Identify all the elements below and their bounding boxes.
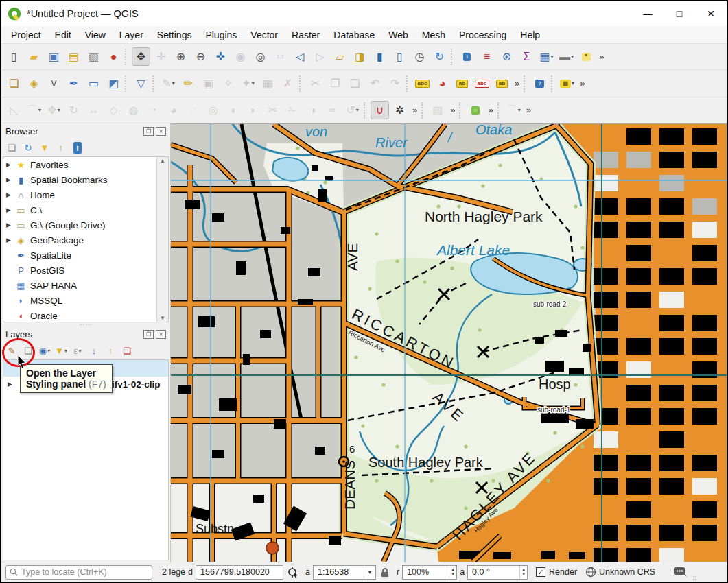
add-selected-layers-icon[interactable]: ❏: [4, 140, 19, 155]
vertex-tool-icon[interactable]: ✲: [390, 101, 409, 119]
browser-float-icon[interactable]: ❐: [143, 127, 154, 136]
help-contents-icon[interactable]: ?: [530, 74, 549, 93]
statistics-panel-icon[interactable]: Σ: [517, 47, 536, 66]
layer-diagram-options-icon[interactable]: ◕: [433, 74, 451, 93]
highlight-pinned-labels-icon[interactable]: abc: [473, 74, 491, 93]
move-feature-dropdown-icon[interactable]: ▾: [58, 107, 60, 113]
browser-item-sap-hana[interactable]: ▦SAP HANA: [3, 278, 156, 293]
menu-settings[interactable]: Settings: [150, 27, 199, 43]
rotate-point-symbols-dropdown-icon[interactable]: ▾: [356, 107, 359, 113]
magnifier-spin[interactable]: 100% ▲▼: [402, 565, 457, 580]
close-button[interactable]: ✕: [695, 1, 727, 26]
menu-project[interactable]: Project: [4, 27, 48, 43]
shape-digitizing-dropdown-icon[interactable]: ▾: [518, 107, 521, 113]
scroll-down-icon[interactable]: ▼: [160, 315, 165, 321]
collapse-all-icon[interactable]: ↑: [54, 140, 69, 155]
expand-icon[interactable]: ▶: [6, 176, 15, 183]
new-spatial-bookmark-icon[interactable]: ▮: [371, 47, 389, 66]
zoom-out-icon[interactable]: ⊖: [191, 47, 210, 66]
data-source-manager-icon[interactable]: ❏: [5, 74, 23, 93]
menu-view[interactable]: View: [78, 27, 113, 43]
menu-help[interactable]: Help: [513, 27, 547, 43]
expand-icon[interactable]: ▶: [6, 206, 15, 213]
layers-close-icon[interactable]: ✕: [156, 330, 166, 339]
filter-legend-icon[interactable]: ▼▾: [54, 343, 69, 358]
filter-legend-dropdown-icon[interactable]: ▾: [64, 348, 67, 354]
measure-dropdown-icon[interactable]: ▾: [571, 53, 574, 60]
map-tips-icon[interactable]: ❞: [577, 47, 596, 66]
zoom-last-icon[interactable]: ◁: [291, 47, 309, 66]
crs-globe-icon[interactable]: [585, 567, 596, 578]
toolbar-overflow-icon[interactable]: »: [447, 105, 458, 115]
style-manager-icon[interactable]: ▧: [84, 47, 103, 66]
new-shapefile-layer-icon[interactable]: V: [45, 74, 63, 93]
new-geopackage-layer-icon[interactable]: ◈: [25, 74, 43, 93]
browser-item-mssql[interactable]: ◗MSSQL: [3, 293, 156, 308]
browser-scrollbar[interactable]: ▲ ▼: [156, 157, 168, 322]
crs-label[interactable]: Unknown CRS: [599, 567, 655, 577]
zoom-to-layer-icon[interactable]: ◎: [251, 47, 270, 66]
refresh-browser-icon[interactable]: ↻: [21, 140, 36, 155]
scale-combo[interactable]: 1:16538 ▼: [313, 565, 376, 580]
minimize-button[interactable]: —: [632, 1, 664, 26]
new-project-icon[interactable]: ▯: [5, 47, 23, 66]
menu-raster[interactable]: Raster: [285, 27, 327, 43]
browser-item-home[interactable]: ▶⌂Home: [3, 187, 156, 202]
extents-icon[interactable]: [287, 566, 299, 578]
browser-close-icon[interactable]: ✕: [156, 127, 166, 136]
browser-item-geopackage[interactable]: ▶◈GeoPackage: [3, 233, 156, 248]
open-project-icon[interactable]: ▰: [25, 47, 43, 66]
toolbar-overflow-icon[interactable]: »: [512, 78, 522, 88]
layers-float-icon[interactable]: ❐: [143, 330, 154, 339]
rotation-spin-arrows[interactable]: ▲▼: [519, 566, 527, 579]
current-edits-dropdown-icon[interactable]: ▾: [172, 80, 175, 86]
identify-features-icon[interactable]: i: [458, 47, 476, 66]
remove-layer-icon[interactable]: ❏: [119, 343, 134, 358]
scale-dropdown-icon[interactable]: ▼: [364, 566, 375, 579]
refresh-map-icon[interactable]: ↻: [430, 47, 449, 66]
rotation-spin[interactable]: 0.0 ° ▲▼: [467, 565, 528, 580]
toolbar-overflow-icon[interactable]: »: [485, 105, 495, 115]
selection-tool-icon[interactable]: ▨▾: [558, 74, 576, 93]
collapse-all-layers-icon[interactable]: ↑: [103, 343, 118, 358]
filter-browser-icon[interactable]: ▼: [37, 140, 52, 155]
browser-item-c[interactable]: ▶▭C:\: [3, 202, 156, 217]
project-properties-icon[interactable]: ▤: [64, 47, 83, 66]
expand-all-layers-icon[interactable]: ↓: [86, 343, 102, 358]
advanced-digitizing-dropdown-icon[interactable]: ▾: [252, 80, 255, 86]
browser-item-spatial-bookmarks[interactable]: ▶▮Spatial Bookmarks: [3, 172, 156, 187]
open-attribute-table-dropdown-icon[interactable]: ▾: [551, 53, 554, 60]
tracing-dropdown-icon[interactable]: ▾: [38, 107, 41, 113]
show-spatial-bookmarks-icon[interactable]: ▯: [390, 47, 409, 66]
toolbar-overflow-icon[interactable]: »: [596, 51, 607, 62]
menu-processing[interactable]: Processing: [452, 27, 513, 43]
browser-item-oracle[interactable]: ◖Oracle: [3, 308, 156, 322]
scroll-up-icon[interactable]: ▲: [160, 158, 165, 164]
toggle-editing-icon[interactable]: ✏: [179, 74, 198, 93]
menu-plugins[interactable]: Plugins: [198, 27, 244, 43]
lock-icon[interactable]: [380, 567, 390, 578]
toolbar-overflow-icon[interactable]: »: [577, 78, 587, 88]
map-canvas[interactable]: von River / Ōtaka Albert Lake North Hagl…: [171, 123, 727, 562]
metasearch-icon[interactable]: ○: [466, 101, 484, 119]
new-temporary-scratch-layer-icon[interactable]: ▭: [84, 74, 103, 93]
menu-database[interactable]: Database: [327, 27, 381, 43]
run-feature-action-icon[interactable]: ≡: [478, 47, 496, 66]
menu-edit[interactable]: Edit: [48, 27, 78, 43]
processing-toolbox-icon[interactable]: ⊛: [497, 47, 516, 66]
layer-labeling-options-icon[interactable]: abc: [413, 74, 432, 93]
filter-by-expression-dropdown-icon[interactable]: ▾: [78, 348, 81, 354]
new-spatialite-layer-icon[interactable]: ✒: [64, 74, 83, 93]
manage-map-themes-icon[interactable]: ◉▾: [37, 343, 52, 358]
new-map-view-icon[interactable]: ▱: [331, 47, 349, 66]
toolbar-overflow-icon[interactable]: »: [524, 105, 534, 115]
browser-properties-icon[interactable]: i: [70, 140, 85, 155]
render-checkbox[interactable]: ✓: [536, 567, 545, 577]
temporal-controller-icon[interactable]: ◷: [410, 47, 429, 66]
new-mesh-layer-icon[interactable]: ◩: [104, 74, 123, 93]
selection-tool-dropdown-icon[interactable]: ▾: [572, 80, 574, 86]
coordinate-display[interactable]: 1567799,5180020: [196, 565, 283, 580]
layer-expand-icon[interactable]: ▶: [8, 381, 12, 388]
resize-grip[interactable]: ⠿: [692, 575, 697, 582]
pan-map-icon[interactable]: ✥: [132, 47, 150, 66]
